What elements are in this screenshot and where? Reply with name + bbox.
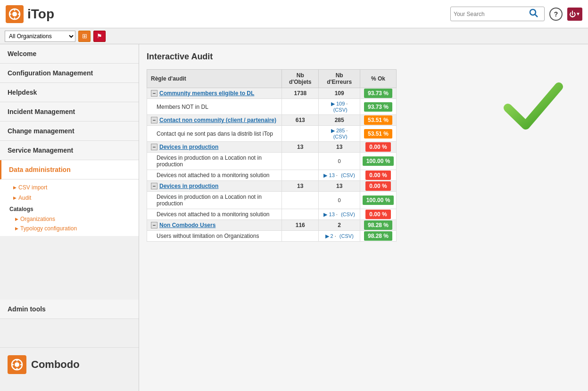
checkmark-decoration	[503, 82, 560, 129]
main-layout: Welcome Configuration Management Helpdes…	[0, 44, 588, 391]
sub-count-2-1: ▶ 285 · (CSV)	[319, 126, 360, 142]
sidebar-item-csv-import[interactable]: CSV import	[0, 182, 139, 193]
g3-objects: 13	[282, 142, 319, 153]
sidebar-item-incident-mgmt[interactable]: Incident Management	[0, 102, 139, 122]
g3-pct: 0.00 %	[360, 142, 397, 153]
sub-count-4-1: 0	[319, 192, 360, 209]
g4-errors: 13	[319, 181, 360, 192]
sidebar-item-welcome[interactable]: Welcome	[0, 44, 139, 64]
group-title-1[interactable]: Community members eligible to DL	[159, 90, 254, 97]
data-admin-sub-section: CSV import Audit Catalogs Organizations …	[0, 179, 139, 236]
search-button[interactable]	[529, 8, 538, 19]
sub-label-3-2: Devices not attached to a monitoring sol…	[147, 170, 282, 181]
g4-pct: 0.00 %	[360, 181, 397, 192]
sidebar-item-organizations[interactable]: Organizations	[0, 214, 139, 224]
power-button[interactable]: ⏻▼	[567, 8, 582, 21]
sub-pct-5-1: 98.28 %	[360, 231, 397, 242]
group-title-3[interactable]: Devices in production	[159, 144, 218, 150]
toolbar: All Organizations Demo ⊞ ⚑	[0, 28, 588, 44]
collapse-g1[interactable]: −	[151, 90, 157, 97]
sub-pct-3-1: 100.00 %	[360, 153, 397, 170]
search-icon	[529, 8, 538, 18]
sidebar-item-service-mgmt[interactable]: Service Management	[0, 141, 139, 160]
sidebar: Welcome Configuration Management Helpdes…	[0, 44, 139, 391]
sidebar-item-typology[interactable]: Typology configuration	[0, 224, 139, 233]
col-errors: Nb d'Erreurs	[319, 70, 360, 88]
group-title-5[interactable]: Non Combodo Users	[159, 222, 215, 228]
logo-text: iTop	[27, 7, 54, 22]
sub-label-5-1: Users without limitation on Organization…	[147, 231, 282, 242]
sub-pct-4-1: 100.00 %	[360, 192, 397, 209]
sub-count-3-1: 0	[319, 153, 360, 170]
sub-count-link-5-1[interactable]: ▶ 2	[325, 233, 333, 239]
sub-row-3-2: Devices not attached to a monitoring sol…	[147, 170, 397, 181]
group-title-4[interactable]: Devices in production	[159, 183, 218, 189]
org-button-2[interactable]: ⚑	[93, 31, 106, 42]
sidebar-item-config-mgmt[interactable]: Configuration Management	[0, 64, 139, 83]
csv-link-1-1[interactable]: (CSV)	[333, 107, 348, 113]
collapse-g3[interactable]: −	[151, 144, 157, 150]
g4-objects: 13	[282, 181, 319, 192]
audit-table: Règle d'audit Nb d'Objets Nb d'Erreurs %…	[147, 69, 397, 242]
g3-errors: 13	[319, 142, 360, 153]
sidebar-item-change-mgmt[interactable]: Change management	[0, 122, 139, 141]
group-row-3: −Devices in production 13 13 0.00 %	[147, 142, 397, 153]
sub-label-4-2: Devices not attached to a monitoring sol…	[147, 209, 282, 220]
g2-errors: 285	[319, 115, 360, 126]
sub-count-link-4-2[interactable]: ▶ 13	[323, 212, 334, 217]
sidebar-item-audit[interactable]: Audit	[0, 193, 139, 203]
collapse-g5[interactable]: −	[151, 222, 157, 228]
collapse-g2[interactable]: −	[151, 117, 157, 123]
group-row-5: −Non Combodo Users 116 2 98.28 %	[147, 220, 397, 231]
search-container	[450, 7, 545, 21]
collapse-g4[interactable]: −	[151, 183, 157, 189]
sub-count-link-3-2[interactable]: ▶ 13	[323, 172, 334, 178]
csv-link-4-2[interactable]: (CSV)	[341, 212, 355, 217]
csv-link-2-1[interactable]: (CSV)	[333, 134, 348, 139]
search-input[interactable]	[454, 11, 529, 17]
sub-count-3-2: ▶ 13 · (CSV)	[319, 170, 360, 181]
sub-count-link-1-1[interactable]: ▶ 109	[331, 101, 345, 106]
sub-row-1-1: Members NOT in DL ▶ 109 · (CSV) 93.73 %	[147, 99, 397, 115]
sidebar-catalogs-header: Catalogs	[0, 203, 139, 214]
header: iTop ? ⏻▼	[0, 0, 588, 28]
sidebar-item-helpdesk[interactable]: Helpdesk	[0, 83, 139, 102]
group-title-2[interactable]: Contact non community (client / partenai…	[159, 117, 276, 123]
svg-point-6	[530, 9, 536, 15]
sidebar-item-admin-tools[interactable]: Admin tools	[0, 300, 139, 319]
header-right: ? ⏻▼	[450, 7, 582, 21]
group-row-2: −Contact non community (client / partena…	[147, 115, 397, 126]
g2-pct: 53.51 %	[360, 115, 397, 126]
sub-row-5-1: Users without limitation on Organization…	[147, 231, 397, 242]
sub-count-1-1: ▶ 109 · (CSV)	[319, 99, 360, 115]
csv-link-5-1[interactable]: (CSV)	[340, 233, 354, 239]
combodo-icon	[10, 358, 24, 371]
col-rule: Règle d'audit	[147, 70, 282, 88]
col-ok: % Ok	[360, 70, 397, 88]
help-button[interactable]: ?	[549, 8, 563, 21]
g1-errors: 109	[319, 88, 360, 99]
g1-objects: 1738	[282, 88, 319, 99]
g1-pct: 93.73 %	[360, 88, 397, 99]
org-button-1[interactable]: ⊞	[78, 31, 91, 42]
audit-tbody: −Community members eligible to DL 1738 1…	[147, 88, 397, 242]
sub-pct-2-1: 53.51 %	[360, 126, 397, 142]
content: Interactive Audit Règle d'audit Nb d'Obj…	[139, 44, 588, 391]
sub-pct-3-2: 0.00 %	[360, 170, 397, 181]
csv-link-3-2[interactable]: (CSV)	[341, 172, 355, 178]
page-title: Interactive Audit	[147, 52, 580, 62]
sub-count-link-2-1[interactable]: ▶ 285	[331, 128, 345, 133]
combodo-text: Combodo	[31, 358, 80, 371]
sidebar-item-data-admin[interactable]: Data administration	[0, 160, 139, 179]
col-objects: Nb d'Objets	[282, 70, 319, 88]
org-select[interactable]: All Organizations Demo	[5, 31, 75, 42]
svg-line-7	[535, 15, 538, 17]
sub-label-4-1: Devices in production on a Location not …	[147, 192, 282, 209]
g5-objects: 116	[282, 220, 319, 231]
logo-icon	[6, 5, 24, 23]
sub-row-3-1: Devices in production on a Location not …	[147, 153, 397, 170]
sub-row-4-1: Devices in production on a Location not …	[147, 192, 397, 209]
g2-objects: 613	[282, 115, 319, 126]
sidebar-footer: Combodo	[0, 347, 139, 382]
g5-pct: 98.28 %	[360, 220, 397, 231]
